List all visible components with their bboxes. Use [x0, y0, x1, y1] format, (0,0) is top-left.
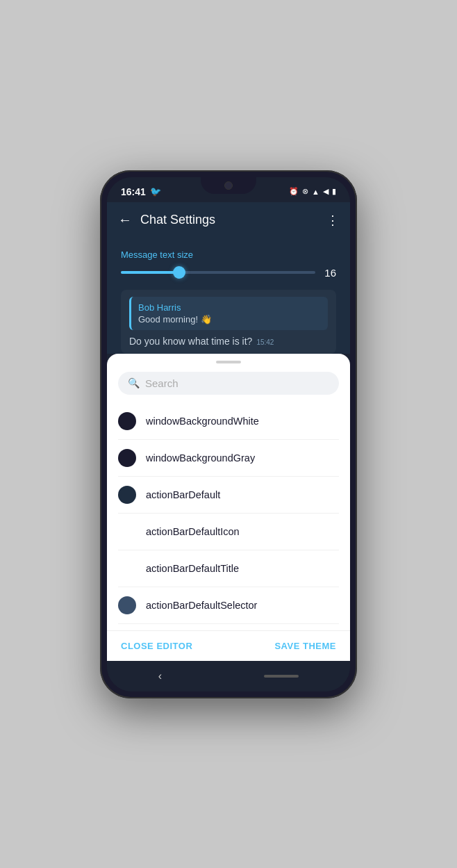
clock-display: 16:41 — [121, 186, 146, 197]
list-item[interactable]: actionBarDefaultSelector — [118, 587, 339, 624]
slider-value: 16 — [322, 267, 336, 279]
text-size-slider-row: 16 — [121, 267, 336, 279]
outgoing-text: Do you know what time is it? — [129, 336, 252, 347]
theme-item-label: actionBarDefaultTitle — [146, 563, 239, 574]
back-button[interactable]: ← — [118, 212, 132, 228]
color-swatch-empty — [118, 523, 136, 541]
message-time: 15:42 — [256, 338, 274, 346]
status-time-area: 16:41 🐦 — [121, 186, 161, 197]
chat-settings-section: Message text size 16 Bob Harris Good mor… — [107, 238, 350, 354]
color-swatch — [118, 412, 136, 430]
sheet-footer: CLOSE EDITOR SAVE THEME — [107, 630, 350, 661]
slider-fill — [121, 271, 179, 274]
phone-screen: 16:41 🐦 ⏰ ⊗ ▲ ◀ ▮ ← Chat Settings ⋮ Mess… — [107, 177, 350, 691]
list-item[interactable]: windowBackgroundWhite — [118, 403, 339, 440]
list-item[interactable]: actionBarDefaultIcon — [118, 514, 339, 550]
outgoing-message: Do you know what time is it? 15:42 — [129, 336, 328, 347]
bubble-author: Bob Harris — [138, 302, 321, 313]
search-bar[interactable]: 🔍 Search — [118, 372, 339, 395]
theme-list: windowBackgroundWhite windowBackgroundGr… — [107, 403, 350, 630]
vpn-icon: ⊗ — [302, 187, 308, 196]
color-swatch — [118, 449, 136, 467]
theme-item-label: actionBarDefaultSelector — [146, 600, 257, 611]
battery-icon: ▮ — [332, 187, 336, 196]
notch — [201, 177, 256, 194]
nav-bar: ‹ — [107, 661, 350, 691]
color-swatch — [118, 596, 136, 614]
list-item[interactable]: actionBarDefault — [118, 477, 339, 514]
theme-item-label: actionBarDefault — [146, 489, 220, 500]
list-item[interactable]: actionBarDefaultTitle — [118, 550, 339, 587]
received-message-bubble: Bob Harris Good morning! 👋 — [129, 297, 328, 330]
more-options-button[interactable]: ⋮ — [326, 213, 339, 228]
wifi-icon: ▲ — [312, 188, 319, 196]
theme-item-label: windowBackgroundWhite — [146, 416, 259, 427]
list-item[interactable]: actionBarDefaultSubmenuBackground — [118, 624, 339, 630]
status-icons: ⏰ ⊗ ▲ ◀ ▮ — [289, 187, 336, 196]
app-bar: ← Chat Settings ⋮ — [107, 202, 350, 238]
message-text-size-label: Message text size — [121, 249, 336, 260]
theme-item-label: windowBackgroundGray — [146, 452, 255, 464]
alarm-icon: ⏰ — [289, 187, 299, 196]
nav-back-button[interactable]: ‹ — [158, 670, 162, 682]
bottom-sheet: 🔍 Search windowBackgroundWhite windowBac… — [107, 354, 350, 661]
color-swatch-empty — [118, 559, 136, 578]
save-theme-button[interactable]: SAVE THEME — [274, 641, 336, 651]
sheet-handle — [216, 361, 241, 363]
slider-thumb[interactable] — [173, 266, 185, 279]
phone-frame: 16:41 🐦 ⏰ ⊗ ▲ ◀ ▮ ← Chat Settings ⋮ Mess… — [100, 170, 357, 698]
page-title: Chat Settings — [140, 213, 326, 227]
close-editor-button[interactable]: CLOSE EDITOR — [121, 641, 192, 651]
message-preview: Bob Harris Good morning! 👋 Do you know w… — [121, 290, 336, 354]
slider-track[interactable] — [121, 271, 315, 274]
twitter-icon: 🐦 — [150, 186, 161, 197]
search-icon: 🔍 — [128, 377, 140, 388]
color-swatch — [118, 486, 136, 504]
theme-item-label: actionBarDefaultIcon — [146, 526, 240, 537]
list-item[interactable]: windowBackgroundGray — [118, 440, 339, 477]
bubble-text: Good morning! 👋 — [138, 314, 321, 325]
camera — [224, 181, 233, 190]
home-indicator[interactable] — [264, 675, 299, 678]
signal-icon: ◀ — [323, 187, 329, 196]
search-input[interactable]: Search — [145, 377, 329, 389]
